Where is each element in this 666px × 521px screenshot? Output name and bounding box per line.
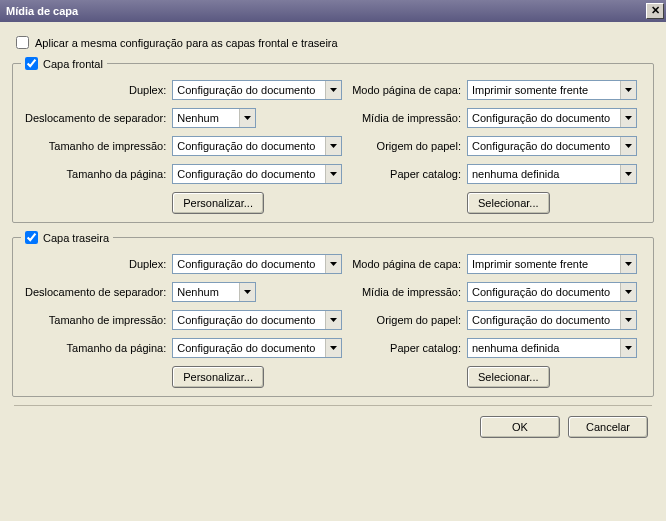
back-cover-group: Capa traseira Duplex: Configuração do do… [12,231,654,397]
front-page-size-select[interactable]: Configuração do documento [172,164,342,184]
front-cover-checkbox[interactable] [25,57,38,70]
front-print-media-label: Mídia de impressão: [352,112,461,124]
front-customize-button[interactable]: Personalizar... [172,192,264,214]
apply-same-label: Aplicar a mesma configuração para as cap… [35,37,338,49]
front-duplex-value: Configuração do documento [177,84,325,96]
chevron-down-icon [325,255,341,273]
front-separator-shift-select[interactable]: Nenhum [172,108,256,128]
chevron-down-icon [325,339,341,357]
chevron-down-icon [620,311,636,329]
back-separator-shift-value: Nenhum [177,286,239,298]
front-customize-label: Personalizar... [183,197,253,209]
back-paper-catalog-value: nenhuma definida [472,342,620,354]
chevron-down-icon [620,339,636,357]
back-print-size-value: Configuração do documento [177,314,325,326]
back-page-size-label: Tamanho da página: [25,342,166,354]
back-print-size-label: Tamanho de impressão: [25,314,166,326]
front-cover-legend-text: Capa frontal [43,58,103,70]
back-cover-page-mode-select[interactable]: Imprimir somente frente [467,254,637,274]
back-print-media-select[interactable]: Configuração do documento [467,282,637,302]
back-page-size-select[interactable]: Configuração do documento [172,338,342,358]
front-print-size-select[interactable]: Configuração do documento [172,136,342,156]
front-cover-group: Capa frontal Duplex: Configuração do doc… [12,57,654,223]
ok-label: OK [512,421,528,433]
back-print-media-label: Mídia de impressão: [352,286,461,298]
front-print-size-label: Tamanho de impressão: [25,140,166,152]
back-duplex-label: Duplex: [25,258,166,270]
front-page-size-label: Tamanho da página: [25,168,166,180]
front-paper-catalog-select[interactable]: nenhuma definida [467,164,637,184]
front-paper-source-label: Origem do papel: [352,140,461,152]
title-bar: Mídia de capa ✕ [0,0,666,22]
front-paper-catalog-value: nenhuma definida [472,168,620,180]
back-print-media-value: Configuração do documento [472,286,620,298]
front-duplex-select[interactable]: Configuração do documento [172,80,342,100]
chevron-down-icon [620,255,636,273]
ok-button[interactable]: OK [480,416,560,438]
chevron-down-icon [239,109,255,127]
back-cover-legend: Capa traseira [21,231,113,244]
back-cover-checkbox[interactable] [25,231,38,244]
chevron-down-icon [325,165,341,183]
front-paper-source-value: Configuração do documento [472,140,620,152]
back-customize-label: Personalizar... [183,371,253,383]
back-separator-shift-label: Deslocamento de separador: [25,286,166,298]
front-select-button[interactable]: Selecionar... [467,192,550,214]
front-cover-page-mode-value: Imprimir somente frente [472,84,620,96]
front-select-label: Selecionar... [478,197,539,209]
back-paper-source-label: Origem do papel: [352,314,461,326]
back-cover-legend-text: Capa traseira [43,232,109,244]
back-select-label: Selecionar... [478,371,539,383]
chevron-down-icon [620,283,636,301]
apply-same-row: Aplicar a mesma configuração para as cap… [16,36,654,49]
close-icon: ✕ [651,4,660,16]
cancel-label: Cancelar [586,421,630,433]
chevron-down-icon [620,109,636,127]
back-cover-page-mode-label: Modo página de capa: [352,258,461,270]
front-print-media-select[interactable]: Configuração do documento [467,108,637,128]
back-cover-page-mode-value: Imprimir somente frente [472,258,620,270]
dialog-body: Aplicar a mesma configuração para as cap… [0,22,666,446]
front-duplex-label: Duplex: [25,84,166,96]
chevron-down-icon [325,311,341,329]
back-print-size-select[interactable]: Configuração do documento [172,310,342,330]
back-separator-shift-select[interactable]: Nenhum [172,282,256,302]
chevron-down-icon [620,81,636,99]
front-paper-source-select[interactable]: Configuração do documento [467,136,637,156]
front-print-media-value: Configuração do documento [472,112,620,124]
front-separator-shift-label: Deslocamento de separador: [25,112,166,124]
back-page-size-value: Configuração do documento [177,342,325,354]
back-paper-source-value: Configuração do documento [472,314,620,326]
chevron-down-icon [239,283,255,301]
back-select-button[interactable]: Selecionar... [467,366,550,388]
apply-same-checkbox[interactable] [16,36,29,49]
chevron-down-icon [620,137,636,155]
front-page-size-value: Configuração do documento [177,168,325,180]
window-title: Mídia de capa [6,5,646,17]
back-paper-catalog-select[interactable]: nenhuma definida [467,338,637,358]
chevron-down-icon [325,81,341,99]
chevron-down-icon [620,165,636,183]
close-button[interactable]: ✕ [646,3,664,19]
front-print-size-value: Configuração do documento [177,140,325,152]
front-cover-page-mode-select[interactable]: Imprimir somente frente [467,80,637,100]
front-cover-legend: Capa frontal [21,57,107,70]
back-duplex-value: Configuração do documento [177,258,325,270]
dialog-footer: OK Cancelar [12,416,654,438]
back-paper-catalog-label: Paper catalog: [352,342,461,354]
front-separator-shift-value: Nenhum [177,112,239,124]
front-paper-catalog-label: Paper catalog: [352,168,461,180]
cancel-button[interactable]: Cancelar [568,416,648,438]
back-duplex-select[interactable]: Configuração do documento [172,254,342,274]
chevron-down-icon [325,137,341,155]
separator [14,405,652,406]
back-customize-button[interactable]: Personalizar... [172,366,264,388]
back-paper-source-select[interactable]: Configuração do documento [467,310,637,330]
front-cover-page-mode-label: Modo página de capa: [352,84,461,96]
